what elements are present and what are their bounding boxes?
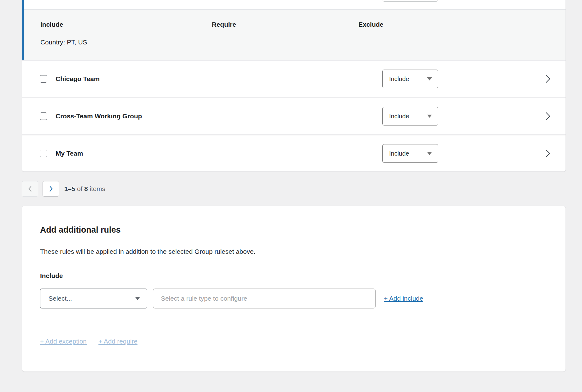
add-include-link[interactable]: + Add include: [384, 295, 423, 302]
ruleset-detail-panel: Include Require Exclude Country: PT, US: [24, 9, 566, 60]
include-column-value: Country: PT, US: [40, 39, 87, 46]
group-row-chicago-team: Chicago Team Include: [22, 61, 566, 97]
row-label: Cross-Team Working Group: [56, 112, 142, 120]
rule-type-select-value: Select...: [48, 295, 72, 302]
secondary-rule-links: + Add exception + Add require: [40, 338, 138, 345]
row-action-dropdown-value: Include: [389, 75, 409, 83]
group-row-my-team: My Team Include: [22, 135, 566, 171]
add-require-link[interactable]: + Add require: [98, 338, 138, 345]
pagination-items: items: [90, 185, 105, 192]
group-row-cross-team-working-group: Cross-Team Working Group Include: [22, 98, 566, 134]
page: Include Require Exclude Country: PT, US …: [0, 0, 582, 392]
add-exception-link[interactable]: + Add exception: [40, 338, 87, 345]
pagination-of: of: [77, 185, 83, 192]
rule-type-select[interactable]: Select...: [40, 289, 147, 308]
expanded-group-row: Include Require Exclude Country: PT, US: [22, 0, 566, 60]
include-column-header: Include: [40, 21, 63, 28]
row-label: My Team: [56, 150, 83, 157]
include-section-label: Include: [40, 272, 63, 280]
row-action-dropdown[interactable]: Include: [382, 107, 438, 125]
row-action-dropdown-value: Include: [389, 150, 409, 157]
pagination-range: 1–5: [64, 185, 75, 192]
triangle-down-icon: [427, 77, 432, 80]
next-page-button[interactable]: [43, 181, 59, 197]
require-column-header: Require: [212, 21, 236, 28]
cutoff-dropdown-bottom-edge: [383, 0, 438, 2]
group-ruleset-list-card: Include Require Exclude Country: PT, US …: [22, 0, 566, 172]
chevron-right-icon[interactable]: [545, 112, 551, 121]
pagination-status: 1–5 of 8 items: [64, 185, 105, 193]
row-checkbox[interactable]: [40, 112, 47, 120]
card-title: Add additional rules: [40, 225, 121, 235]
rule-config-input[interactable]: [153, 289, 376, 308]
row-label: Chicago Team: [56, 75, 100, 83]
add-additional-rules-card: Add additional rules These rules will be…: [22, 206, 566, 372]
row-action-dropdown[interactable]: Include: [382, 144, 438, 163]
triangle-down-icon: [427, 115, 432, 118]
previous-page-button[interactable]: [22, 181, 38, 197]
include-rule-controls: Select... + Add include: [40, 289, 423, 308]
chevron-right-icon: [50, 186, 52, 191]
card-description: These rules will be applied in addition …: [40, 248, 255, 255]
chevron-right-icon[interactable]: [545, 74, 551, 84]
chevron-left-icon: [29, 186, 31, 191]
triangle-down-icon: [427, 152, 432, 155]
pagination: 1–5 of 8 items: [22, 181, 105, 197]
chevron-right-icon[interactable]: [545, 149, 551, 158]
triangle-down-icon: [135, 297, 140, 300]
exclude-column-header: Exclude: [358, 21, 384, 28]
row-action-dropdown[interactable]: Include: [382, 70, 438, 88]
pagination-total: 8: [84, 185, 88, 192]
row-checkbox[interactable]: [40, 75, 47, 83]
row-checkbox[interactable]: [40, 150, 47, 157]
row-action-dropdown-value: Include: [389, 113, 409, 120]
